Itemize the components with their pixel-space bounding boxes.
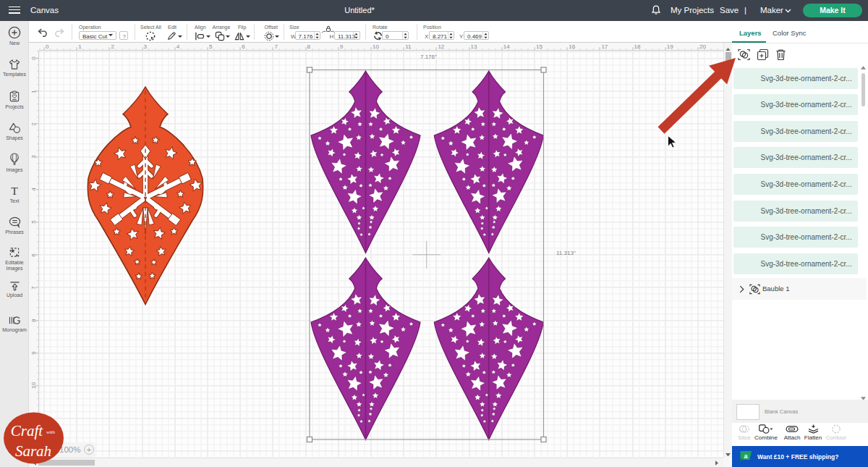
align-icon[interactable] bbox=[195, 31, 205, 41]
ruler-number: 12 bbox=[438, 43, 444, 50]
layer-row[interactable]: Svg-3d-tree-ornament-2-cr... bbox=[733, 227, 858, 248]
sidebar-item-images[interactable]: Images bbox=[0, 153, 29, 173]
layer-name: Svg-3d-tree-ornament-2-cr... bbox=[761, 127, 852, 135]
op-slice[interactable]: Slice bbox=[735, 423, 754, 441]
blank-canvas-row[interactable]: Blank Canvas bbox=[732, 400, 868, 423]
select-all-label[interactable]: Select All bbox=[140, 25, 161, 30]
panel-scrollbar[interactable] bbox=[860, 66, 867, 400]
align-label[interactable]: Align bbox=[195, 25, 206, 30]
sidebar-item-upload[interactable]: Upload bbox=[0, 281, 29, 298]
plus-circle-icon bbox=[8, 26, 21, 39]
op-combine[interactable]: Combine bbox=[752, 423, 780, 441]
edit-toolbar: Operation Basic Cut ? Select All Edit Al… bbox=[29, 21, 732, 43]
tab-layers[interactable]: Layers bbox=[739, 29, 762, 37]
group-icon[interactable] bbox=[738, 49, 750, 61]
rotate-input[interactable]: 0 bbox=[382, 31, 409, 40]
layer-row[interactable]: Svg-3d-tree-ornament-2-cr... bbox=[733, 201, 858, 222]
sidebar-item-projects[interactable]: Projects bbox=[0, 91, 29, 110]
horizontal-scroll-thumb[interactable] bbox=[38, 460, 95, 466]
sidebar-item-new[interactable]: New bbox=[0, 26, 29, 46]
edit-pencil-icon[interactable] bbox=[166, 31, 176, 41]
ruler-number: 3 bbox=[30, 153, 37, 160]
hamburger-menu-icon[interactable] bbox=[9, 7, 20, 15]
scroll-up-icon bbox=[726, 48, 731, 51]
redo-icon[interactable] bbox=[53, 28, 64, 37]
operation-select[interactable]: Basic Cut bbox=[79, 31, 116, 40]
y-input[interactable]: 0.469 bbox=[464, 31, 489, 40]
y-stepper[interactable] bbox=[482, 32, 489, 39]
layer-row[interactable]: Svg-3d-tree-ornament-2-cr... bbox=[733, 94, 858, 115]
machine-select[interactable]: Maker bbox=[760, 6, 783, 14]
tab-color-sync[interactable]: Color Sync bbox=[773, 29, 806, 37]
my-projects-link[interactable]: My Projects bbox=[671, 6, 714, 14]
layer-group-row[interactable]: Bauble 1 bbox=[732, 278, 867, 300]
width-input[interactable]: 7.176 bbox=[295, 31, 321, 40]
layer-row[interactable]: Svg-3d-tree-ornament-2-cr... bbox=[733, 147, 858, 168]
tab-divider bbox=[732, 43, 868, 43]
notifications-bell-icon[interactable] bbox=[650, 4, 662, 16]
op-attach[interactable]: Attach bbox=[783, 423, 801, 441]
blank-canvas-swatch[interactable] bbox=[736, 404, 760, 420]
x-label: X bbox=[425, 33, 428, 40]
rotate-stepper[interactable] bbox=[402, 32, 409, 39]
trash-icon[interactable] bbox=[775, 49, 786, 61]
design-canvas[interactable]: 01234567891011121314151617181920 0123456… bbox=[29, 43, 732, 467]
document-title[interactable]: Untitled* bbox=[327, 6, 392, 14]
canvas-horizontal-scrollbar[interactable] bbox=[29, 458, 723, 467]
width-stepper[interactable] bbox=[314, 32, 320, 39]
vertical-scroll-thumb[interactable] bbox=[726, 52, 731, 71]
promo-banner[interactable]: a Want £10 + FREE shipping? bbox=[732, 446, 868, 467]
x-input[interactable]: 8.271 bbox=[429, 31, 454, 40]
layer-row[interactable]: Svg-3d-tree-ornament-2-cr... bbox=[733, 174, 858, 195]
ruler-number: 3 bbox=[144, 43, 147, 50]
op-flatten[interactable]: Flatten bbox=[803, 423, 823, 441]
zoom-in-button[interactable]: + bbox=[84, 445, 94, 455]
make-it-button[interactable]: Make It bbox=[803, 4, 862, 18]
layer-name: Svg-3d-tree-ornament-2-cr... bbox=[761, 101, 852, 109]
x-stepper[interactable] bbox=[448, 32, 454, 39]
sidebar-item-shapes[interactable]: Shapes bbox=[0, 122, 29, 141]
offset-label[interactable]: Offset bbox=[265, 25, 278, 30]
operation-help-button[interactable]: ? bbox=[119, 31, 128, 40]
ruler-number: 4 bbox=[30, 186, 37, 193]
horizontal-ruler: 01234567891011121314151617181920 bbox=[39, 43, 723, 51]
height-input[interactable]: 11.313 bbox=[334, 31, 360, 40]
layer-row[interactable]: Svg-3d-tree-ornament-2-cr... bbox=[733, 68, 858, 89]
undo-icon[interactable] bbox=[38, 28, 49, 37]
canvas-vertical-scrollbar[interactable] bbox=[723, 43, 733, 458]
arrange-label[interactable]: Arrange bbox=[213, 25, 231, 30]
slice-icon bbox=[739, 424, 750, 434]
lock-aspect-icon[interactable] bbox=[321, 25, 336, 33]
balloon-icon bbox=[9, 153, 20, 166]
height-stepper[interactable] bbox=[353, 32, 359, 39]
scroll-left-icon bbox=[33, 460, 36, 466]
edit-label[interactable]: Edit bbox=[168, 25, 176, 30]
arrange-icon[interactable] bbox=[215, 31, 225, 41]
duplicate-icon[interactable] bbox=[757, 49, 769, 61]
selection-width-label: 7.176" bbox=[420, 54, 437, 60]
sidebar-item-templates[interactable]: Templates bbox=[0, 59, 29, 77]
rotate-icon[interactable] bbox=[373, 31, 383, 41]
offset-icon[interactable] bbox=[264, 31, 274, 41]
zoom-control[interactable]: 100% + bbox=[58, 442, 95, 458]
canvas-grid[interactable] bbox=[39, 51, 723, 457]
panel-scroll-thumb[interactable] bbox=[861, 73, 865, 106]
select-all-icon[interactable] bbox=[145, 31, 156, 41]
group-name: Bauble 1 bbox=[762, 285, 790, 293]
text-icon: T bbox=[8, 185, 21, 197]
sidebar-item-editable-images[interactable]: EditableImages bbox=[0, 246, 29, 272]
layer-row[interactable]: Svg-3d-tree-ornament-2-cr... bbox=[733, 253, 858, 274]
flip-label[interactable]: Flip bbox=[238, 25, 246, 30]
sidebar-item-text[interactable]: T Text bbox=[0, 185, 29, 204]
ruler-number: 6 bbox=[242, 43, 244, 50]
save-link[interactable]: Save bbox=[720, 6, 739, 14]
op-contour[interactable]: Contour bbox=[825, 423, 848, 441]
toolbar-divider bbox=[187, 24, 187, 40]
sidebar-item-phrases[interactable]: Phrases bbox=[0, 216, 29, 235]
ruler-number: 7 bbox=[274, 43, 277, 50]
flip-icon[interactable] bbox=[234, 31, 244, 41]
size-label: Size bbox=[289, 25, 299, 30]
layer-row[interactable]: Svg-3d-tree-ornament-2-cr... bbox=[733, 121, 858, 142]
operation-label: Operation bbox=[79, 25, 101, 30]
sidebar-item-monogram[interactable]: Monogram bbox=[0, 315, 29, 333]
